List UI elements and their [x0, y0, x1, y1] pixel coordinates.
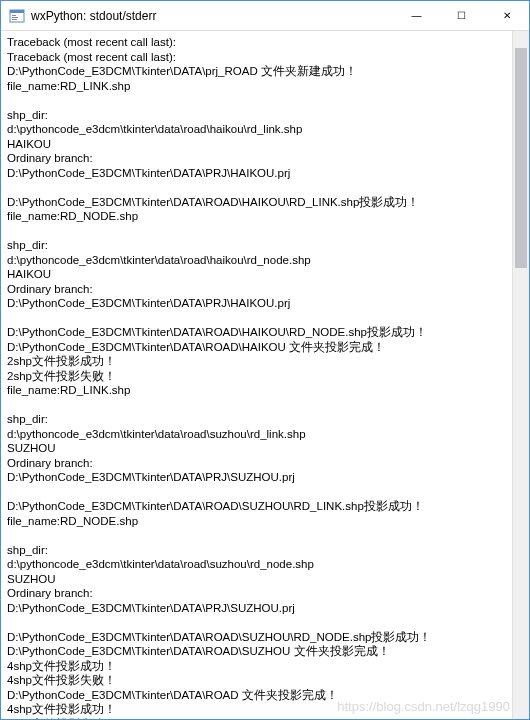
console-line: D:\PythonCode_E3DCM\Tkinter\DATA\ROAD\SU… — [7, 644, 506, 659]
console-line — [7, 398, 506, 413]
console-line: 4shp文件投影成功！ — [7, 702, 506, 717]
console-line: D:\PythonCode_E3DCM\Tkinter\DATA\PRJ\HAI… — [7, 296, 506, 311]
console-line — [7, 485, 506, 500]
console-line: Traceback (most recent call last): — [7, 50, 506, 65]
console-line: SUZHOU — [7, 572, 506, 587]
console-line: SUZHOU — [7, 441, 506, 456]
svg-rect-1 — [10, 10, 24, 13]
console-line: d:\pythoncode_e3dcm\tkinter\data\road\su… — [7, 557, 506, 572]
console-line: 4shp文件投影失败！ — [7, 717, 506, 720]
svg-rect-4 — [12, 19, 17, 20]
console-output[interactable]: Traceback (most recent call last):Traceb… — [1, 31, 512, 719]
console-line: D:\PythonCode_E3DCM\Tkinter\DATA\ROAD 文件… — [7, 688, 506, 703]
console-line — [7, 528, 506, 543]
console-line: d:\pythoncode_e3dcm\tkinter\data\road\ha… — [7, 253, 506, 268]
console-line: Traceback (most recent call last): — [7, 35, 506, 50]
console-line: file_name:RD_LINK.shp — [7, 383, 506, 398]
console-line: Ordinary branch: — [7, 456, 506, 471]
console-line: file_name:RD_NODE.shp — [7, 514, 506, 529]
console-line: D:\PythonCode_E3DCM\Tkinter\DATA\PRJ\SUZ… — [7, 470, 506, 485]
console-line: 4shp文件投影失败！ — [7, 673, 506, 688]
console-line: 4shp文件投影成功！ — [7, 659, 506, 674]
close-button[interactable]: ✕ — [484, 1, 529, 30]
console-line: shp_dir: — [7, 108, 506, 123]
console-line: file_name:RD_LINK.shp — [7, 79, 506, 94]
application-icon — [9, 8, 25, 24]
console-line: HAIKOU — [7, 137, 506, 152]
window-title: wxPython: stdout/stderr — [31, 9, 394, 23]
console-line: 2shp文件投影失败！ — [7, 369, 506, 384]
console-line: 2shp文件投影成功！ — [7, 354, 506, 369]
console-line: D:\PythonCode_E3DCM\Tkinter\DATA\ROAD\HA… — [7, 340, 506, 355]
console-line — [7, 615, 506, 630]
console-line: d:\pythoncode_e3dcm\tkinter\data\road\ha… — [7, 122, 506, 137]
vertical-scrollbar[interactable] — [512, 31, 529, 719]
svg-rect-2 — [12, 15, 16, 16]
console-line: shp_dir: — [7, 238, 506, 253]
console-line: shp_dir: — [7, 412, 506, 427]
console-line — [7, 93, 506, 108]
console-line: D:\PythonCode_E3DCM\Tkinter\DATA\PRJ\SUZ… — [7, 601, 506, 616]
console-line: shp_dir: — [7, 543, 506, 558]
console-line: Ordinary branch: — [7, 282, 506, 297]
scrollbar-thumb[interactable] — [515, 48, 527, 268]
console-line — [7, 180, 506, 195]
maximize-button[interactable]: ☐ — [439, 1, 484, 30]
console-line: D:\PythonCode_E3DCM\Tkinter\DATA\ROAD\HA… — [7, 195, 506, 210]
window-controls: — ☐ ✕ — [394, 1, 529, 30]
console-line: D:\PythonCode_E3DCM\Tkinter\DATA\ROAD\HA… — [7, 325, 506, 340]
console-line: d:\pythoncode_e3dcm\tkinter\data\road\su… — [7, 427, 506, 442]
console-line: Ordinary branch: — [7, 151, 506, 166]
console-line: D:\PythonCode_E3DCM\Tkinter\DATA\ROAD\SU… — [7, 630, 506, 645]
console-line: Ordinary branch: — [7, 586, 506, 601]
console-line: D:\PythonCode_E3DCM\Tkinter\DATA\prj_ROA… — [7, 64, 506, 79]
console-line — [7, 311, 506, 326]
console-line: HAIKOU — [7, 267, 506, 282]
console-line: D:\PythonCode_E3DCM\Tkinter\DATA\PRJ\HAI… — [7, 166, 506, 181]
console-line: D:\PythonCode_E3DCM\Tkinter\DATA\ROAD\SU… — [7, 499, 506, 514]
console-line — [7, 224, 506, 239]
svg-rect-3 — [12, 17, 18, 18]
minimize-button[interactable]: — — [394, 1, 439, 30]
console-line: file_name:RD_NODE.shp — [7, 209, 506, 224]
content-area: Traceback (most recent call last):Traceb… — [1, 31, 529, 719]
titlebar[interactable]: wxPython: stdout/stderr — ☐ ✕ — [1, 1, 529, 31]
